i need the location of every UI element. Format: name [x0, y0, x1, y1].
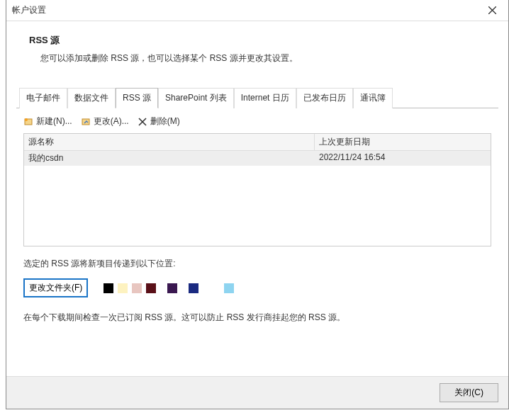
new-icon — [23, 117, 33, 127]
redaction-block — [189, 283, 198, 293]
toolbar: 新建(N)... 更改(A)... 删除(M) — [6, 108, 508, 133]
deliver-label: 选定的 RSS 源将新项目传递到以下位置: — [23, 258, 491, 270]
delete-button[interactable]: 删除(M) — [138, 115, 180, 127]
redaction-block — [167, 283, 177, 293]
new-label: 新建(N)... — [36, 115, 72, 127]
rss-table: 源名称 上次更新日期 我的csdn 2022/11/24 16:54 — [23, 133, 491, 246]
col-source-name[interactable]: 源名称 — [24, 134, 315, 150]
deliver-section: 选定的 RSS 源将新项目传递到以下位置: 更改文件夹(F) — [23, 258, 491, 297]
deliver-row: 更改文件夹(F) — [23, 278, 491, 297]
close-icon — [488, 6, 496, 14]
cell-source-name: 我的csdn — [24, 151, 315, 166]
change-folder-button[interactable]: 更改文件夹(F) — [23, 278, 88, 297]
window-title: 帐户设置 — [12, 4, 46, 16]
change-icon — [81, 117, 91, 127]
window-close-button[interactable] — [481, 1, 503, 20]
delete-label: 删除(M) — [150, 115, 180, 127]
redaction-block — [104, 283, 113, 293]
redaction-block — [132, 283, 142, 293]
tab-rss[interactable]: RSS 源 — [116, 88, 158, 108]
tab-email[interactable]: 电子邮件 — [19, 88, 67, 108]
svg-point-3 — [25, 118, 28, 121]
delete-icon — [138, 117, 147, 127]
redaction-block — [146, 283, 156, 293]
change-button[interactable]: 更改(A)... — [81, 115, 129, 127]
redacted-path — [104, 283, 234, 293]
header-section: RSS 源 您可以添加或删除 RSS 源，也可以选择某个 RSS 源并更改其设置… — [6, 21, 508, 72]
header-title: RSS 源 — [29, 34, 493, 47]
tabs: 电子邮件 数据文件 RSS 源 SharePoint 列表 Internet 日… — [16, 87, 498, 108]
cell-last-update: 2022/11/24 16:54 — [315, 151, 491, 166]
account-settings-window: 帐户设置 RSS 源 您可以添加或删除 RSS 源，也可以选择某个 RSS 源并… — [6, 0, 509, 409]
tab-address-book[interactable]: 通讯簿 — [353, 88, 393, 108]
redaction-block — [118, 283, 128, 293]
tab-sharepoint[interactable]: SharePoint 列表 — [158, 88, 234, 108]
close-dialog-button[interactable]: 关闭(C) — [440, 383, 498, 402]
table-header: 源名称 上次更新日期 — [24, 134, 491, 151]
titlebar: 帐户设置 — [6, 0, 508, 21]
tab-internet-calendar[interactable]: Internet 日历 — [234, 88, 296, 108]
table-row[interactable]: 我的csdn 2022/11/24 16:54 — [24, 151, 491, 166]
col-last-update[interactable]: 上次更新日期 — [315, 134, 491, 150]
change-label: 更改(A)... — [94, 115, 129, 127]
redaction-block — [224, 283, 234, 293]
new-button[interactable]: 新建(N)... — [23, 115, 72, 127]
note-text-content: 在每个下载期间检查一次已订阅 RSS 源。这可以防止 RSS 发行商挂起您的 R… — [23, 312, 345, 322]
footer: 关闭(C) — [6, 376, 508, 409]
header-description: 您可以添加或删除 RSS 源，也可以选择某个 RSS 源并更改其设置。 — [29, 52, 493, 64]
tab-data-files[interactable]: 数据文件 — [67, 88, 116, 108]
note-text: 在每个下载期间检查一次已订阅 RSS 源。这可以防止 RSS 发行商挂起您的 R… — [23, 312, 491, 324]
tab-published-calendar[interactable]: 已发布日历 — [296, 88, 353, 108]
